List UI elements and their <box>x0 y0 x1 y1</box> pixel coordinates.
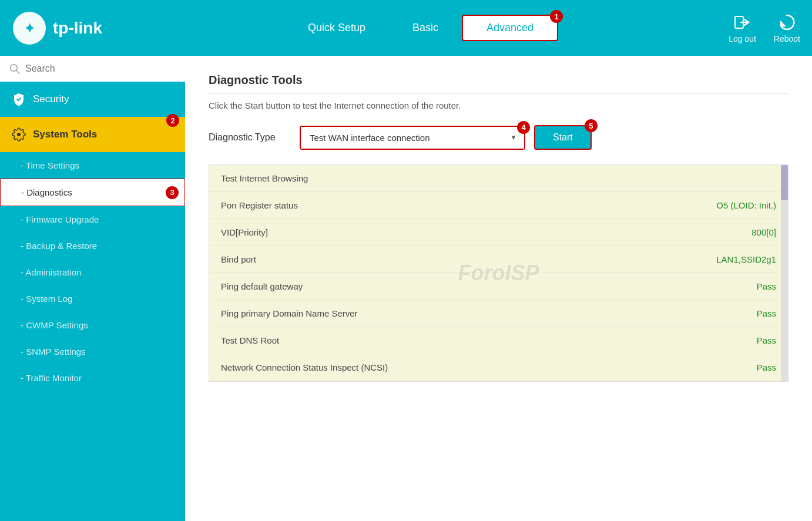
scrollbar-track[interactable] <box>781 165 788 381</box>
page-desc: Click the Start button to test the Inter… <box>209 100 788 110</box>
logout-button[interactable]: Log out <box>729 13 756 43</box>
search-input[interactable] <box>25 63 176 74</box>
logout-icon <box>733 13 751 32</box>
tab-basic[interactable]: Basic <box>389 0 462 56</box>
start-button[interactable]: Start <box>534 125 592 150</box>
result-row-1: Pon Register status O5 (LOID: Init.) <box>209 192 788 219</box>
tab-quick-setup[interactable]: Quick Setup <box>284 0 389 56</box>
reboot-icon <box>777 13 796 32</box>
tplink-logo-icon: ✦ <box>12 11 47 46</box>
result-label-1: Pon Register status <box>221 200 298 210</box>
result-row-2: VID[Priority] 800[0] <box>209 219 788 246</box>
result-label-2: VID[Priority] <box>221 227 268 237</box>
shield-icon <box>12 92 26 106</box>
scrollbar-thumb[interactable] <box>781 165 788 200</box>
svg-text:✦: ✦ <box>24 21 35 36</box>
logo-area: ✦ tp-link <box>12 11 102 46</box>
diagnostic-type-label: Diagnostic Type <box>209 132 291 143</box>
result-value-4: Pass <box>757 281 776 291</box>
sidebar: Security System Tools 2 - Time Settings … <box>0 56 185 521</box>
diagnostic-row: Diagnostic Type Test WAN interface conne… <box>209 125 788 150</box>
result-value-1: O5 (LOID: Init.) <box>716 200 776 210</box>
svg-point-3 <box>11 65 18 72</box>
sidebar-subitem-diagnostics[interactable]: - Diagnostics 3 <box>0 179 185 206</box>
result-label-4: Ping default gateway <box>221 281 303 291</box>
search-icon <box>9 63 21 75</box>
result-label-3: Bind port <box>221 254 256 264</box>
result-value-2: 800[0] <box>751 227 776 237</box>
result-row-6: Test DNS Root Pass <box>209 327 788 354</box>
diagnostics-badge: 3 <box>166 186 179 199</box>
results-table: ForoISP Test Internet Browsing Pon Regis… <box>209 164 788 382</box>
sidebar-subitem-backup-restore[interactable]: - Backup & Restore <box>0 233 185 259</box>
sidebar-subitem-system-log[interactable]: - System Log <box>0 285 185 312</box>
page-title: Diagnostic Tools <box>209 73 788 93</box>
sidebar-item-security-label: Security <box>33 93 69 105</box>
content-area: Diagnostic Tools Click the Start button … <box>185 56 812 521</box>
sidebar-item-system-tools[interactable]: System Tools 2 <box>0 117 185 152</box>
diagnostic-select-badge: 4 <box>517 121 530 134</box>
reboot-button[interactable]: Reboot <box>774 13 800 43</box>
nav-tabs: Quick Setup Basic Advanced 1 <box>126 0 717 56</box>
gear-icon <box>12 127 26 142</box>
logo-text: tp-link <box>53 19 102 38</box>
diagnostic-select-wrapper: Test WAN interface connection Test Inter… <box>300 126 525 150</box>
start-button-wrapper: Start 5 <box>534 125 592 150</box>
sidebar-subitem-administration[interactable]: - Administration <box>0 259 185 285</box>
main-layout: Security System Tools 2 - Time Settings … <box>0 56 812 521</box>
sidebar-subitem-snmp-settings[interactable]: - SNMP Settings <box>0 338 185 365</box>
header-right: Log out Reboot <box>729 13 800 43</box>
sidebar-subitem-time-settings[interactable]: - Time Settings <box>0 152 185 179</box>
search-box[interactable] <box>0 56 185 82</box>
tab-advanced[interactable]: Advanced <box>462 15 558 41</box>
sidebar-item-security[interactable]: Security <box>0 82 185 117</box>
result-value-6: Pass <box>757 335 776 345</box>
result-row-5: Ping primary Domain Name Server Pass <box>209 300 788 327</box>
header: ✦ tp-link Quick Setup Basic Advanced 1 L… <box>0 0 812 56</box>
tab-advanced-wrapper: Advanced 1 <box>462 15 558 41</box>
result-label-7: Network Connection Status Inspect (NCSI) <box>221 362 388 372</box>
result-value-5: Pass <box>757 308 776 318</box>
result-row-7: Network Connection Status Inspect (NCSI)… <box>209 354 788 381</box>
system-tools-badge: 2 <box>166 114 179 127</box>
sidebar-item-system-tools-label: System Tools <box>33 129 97 140</box>
result-row-3: Bind port LAN1,SSID2g1 <box>209 246 788 273</box>
svg-line-4 <box>16 70 19 73</box>
result-label-5: Ping primary Domain Name Server <box>221 308 358 318</box>
advanced-tab-badge: 1 <box>550 10 563 23</box>
sidebar-subitem-traffic-monitor[interactable]: - Traffic Monitor <box>0 365 185 391</box>
diagnostic-type-select[interactable]: Test WAN interface connection Test Inter… <box>301 127 524 149</box>
result-value-3: LAN1,SSID2g1 <box>716 254 776 264</box>
result-row-0: Test Internet Browsing <box>209 165 788 192</box>
reboot-label: Reboot <box>774 34 800 43</box>
result-row-4: Ping default gateway Pass <box>209 273 788 300</box>
logout-label: Log out <box>729 34 756 43</box>
result-label-6: Test DNS Root <box>221 335 279 345</box>
result-label-0: Test Internet Browsing <box>221 173 308 183</box>
sidebar-subitem-cwmp-settings[interactable]: - CWMP Settings <box>0 312 185 338</box>
start-button-badge: 5 <box>585 119 598 132</box>
result-value-7: Pass <box>757 362 776 372</box>
sidebar-subitem-firmware-upgrade[interactable]: - Firmware Upgrade <box>0 206 185 233</box>
